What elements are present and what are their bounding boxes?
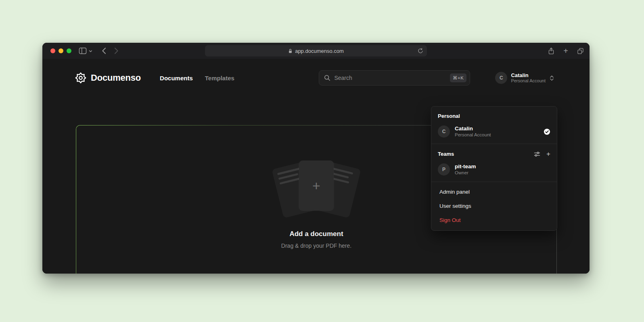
- tab-overview-icon[interactable]: [577, 48, 584, 54]
- manage-teams-icon[interactable]: [534, 151, 540, 157]
- search-input[interactable]: Search ⌘+K: [319, 70, 470, 86]
- documents-illustration: +: [270, 160, 363, 220]
- divider: [431, 144, 557, 144]
- account-meta: pit-team Owner: [455, 164, 476, 176]
- selected-check-icon: [544, 128, 550, 135]
- desktop: app.documenso.com +: [0, 0, 644, 322]
- avatar: P: [438, 163, 450, 176]
- brand-name: Documenso: [91, 73, 141, 83]
- brand[interactable]: Documenso: [75, 72, 141, 84]
- teams-actions: +: [534, 151, 550, 157]
- documenso-app: Documenso Documents Templates Search ⌘+K: [42, 59, 590, 274]
- nav-templates[interactable]: Templates: [205, 75, 234, 82]
- plus-icon: +: [312, 179, 320, 192]
- avatar: C: [438, 125, 450, 138]
- divider: [431, 182, 557, 182]
- documenso-logo-icon: [75, 72, 86, 84]
- teams-section-header: Teams +: [431, 147, 557, 160]
- account-meta: Catalin Personal Account: [511, 73, 546, 83]
- new-tab-icon[interactable]: +: [563, 47, 568, 55]
- team-item[interactable]: P pit-team Owner: [431, 160, 557, 179]
- forward-icon[interactable]: [114, 47, 119, 54]
- menu-item-user-settings[interactable]: User settings: [431, 199, 557, 213]
- avatar: C: [495, 72, 507, 84]
- reload-icon[interactable]: [418, 48, 423, 54]
- search-placeholder: Search: [334, 75, 450, 81]
- search-icon: [324, 75, 330, 81]
- menu-item-sign-out[interactable]: Sign Out: [431, 213, 557, 227]
- back-icon[interactable]: [102, 47, 106, 54]
- team-role: Owner: [455, 171, 476, 176]
- zoom-window-button[interactable]: [67, 48, 71, 53]
- browser-toolbar: app.documenso.com +: [42, 43, 590, 59]
- create-team-icon[interactable]: +: [546, 151, 550, 157]
- app-header: Documenso Documents Templates Search ⌘+K: [42, 59, 590, 97]
- traffic-lights: [50, 48, 71, 53]
- search-shortcut-badge: ⌘+K: [450, 73, 466, 82]
- personal-section-label: Personal: [431, 109, 557, 122]
- teams-section-label: Teams: [438, 151, 454, 157]
- browser-window: app.documenso.com +: [42, 43, 590, 274]
- lock-icon: [288, 48, 293, 54]
- personal-account-item[interactable]: C Catalin Personal Account: [431, 122, 557, 141]
- document-card-add: +: [299, 161, 334, 211]
- close-window-button[interactable]: [50, 48, 55, 53]
- chevron-down-icon[interactable]: [88, 49, 93, 53]
- dropzone-title: Add a document: [289, 230, 343, 238]
- main-nav: Documents Templates: [160, 75, 234, 82]
- account-name: Catalin: [455, 126, 491, 132]
- navigation-controls: [71, 47, 119, 54]
- account-dropdown-menu: Personal C Catalin Personal Account: [431, 106, 557, 231]
- account-subtitle: Personal Account: [455, 133, 491, 138]
- address-bar[interactable]: app.documenso.com: [205, 45, 427, 56]
- account-meta: Catalin Personal Account: [455, 126, 491, 138]
- nav-documents[interactable]: Documents: [160, 75, 193, 82]
- dropzone-subtitle: Drag & drop your PDF here.: [281, 243, 351, 249]
- minimize-window-button[interactable]: [59, 48, 63, 53]
- sidebar-toggle-icon[interactable]: [79, 47, 87, 54]
- account-name: Catalin: [511, 73, 546, 78]
- account-subtitle: Personal Account: [511, 79, 546, 83]
- account-menu-button[interactable]: C Catalin Personal Account: [495, 72, 554, 84]
- url-text: app.documenso.com: [295, 48, 344, 54]
- menu-item-admin-panel[interactable]: Admin panel: [431, 185, 557, 199]
- window-actions: +: [548, 47, 584, 55]
- share-icon[interactable]: [548, 47, 554, 55]
- team-name: pit-team: [455, 164, 476, 169]
- chevron-up-down-icon: [550, 75, 554, 81]
